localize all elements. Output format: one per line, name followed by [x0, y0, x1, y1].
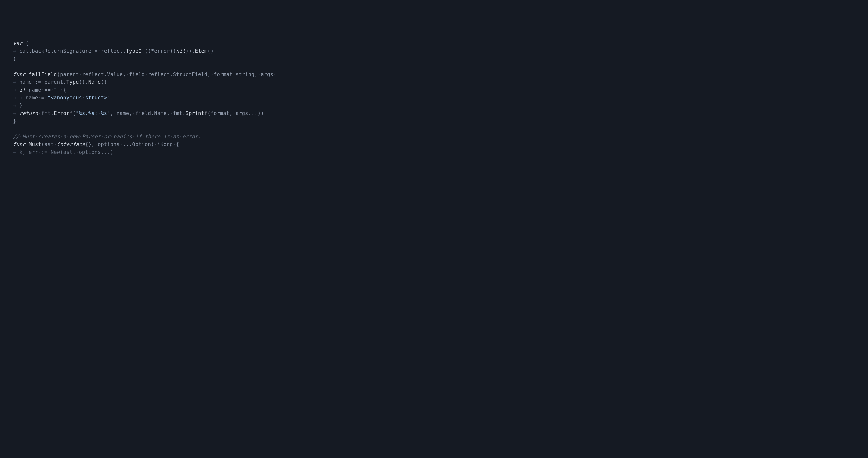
- code-line[interactable]: [13, 63, 868, 71]
- token-pun: ,: [123, 71, 126, 77]
- token-ws: ·: [60, 87, 63, 93]
- token-pun: ): [151, 141, 154, 147]
- token-str: "<anonymous: [48, 95, 82, 101]
- token-fn: Elem: [195, 48, 208, 54]
- token-ws: ·: [26, 71, 29, 77]
- token-id: name: [117, 110, 129, 116]
- token-ws: ·: [142, 134, 145, 139]
- token-ws: ·: [120, 141, 123, 147]
- token-id: field: [135, 110, 151, 116]
- code-line[interactable]: ⇥ ⇥ name·=·"<anonymous·struct>": [13, 94, 868, 102]
- token-id: name: [26, 95, 38, 101]
- code-line[interactable]: ⇥ callbackReturnSignature·=·reflect.Type…: [13, 47, 868, 55]
- token-com: //: [13, 134, 19, 139]
- token-id: field: [129, 71, 145, 77]
- token-pun: (: [41, 141, 44, 147]
- token-com: Must: [22, 134, 35, 139]
- token-dim: err: [29, 149, 38, 155]
- token-ws: ·: [132, 134, 135, 139]
- code-line[interactable]: ⇥ k,·err·:=·New(ast,·options...): [13, 148, 868, 156]
- code-line[interactable]: ⇥ name·:=·parent.Type().Name(): [13, 78, 868, 86]
- token-typ: Value: [107, 71, 123, 77]
- token-pun: .: [123, 48, 126, 54]
- code-editor[interactable]: var·(⇥ callbackReturnSignature·=·reflect…: [13, 39, 868, 156]
- token-ws: ·: [92, 48, 95, 54]
- token-ws: ·: [170, 134, 173, 139]
- code-line[interactable]: func·failField(parent·reflect.Value,·fie…: [13, 71, 868, 78]
- token-com: or: [104, 134, 110, 139]
- token-op: ==: [44, 87, 51, 93]
- token-pun: (: [208, 110, 211, 116]
- code-line[interactable]: ⇥ if·name·==·""·{: [13, 86, 868, 94]
- token-str: %s": [101, 110, 110, 116]
- code-line[interactable]: var·(: [13, 39, 868, 47]
- token-ws: ·: [98, 48, 101, 54]
- token-id: name: [19, 79, 32, 85]
- token-com: Parser: [82, 134, 101, 139]
- token-ws: ·: [211, 71, 214, 77]
- token-typ: StructField: [173, 71, 208, 77]
- token-fn: Name: [88, 79, 101, 85]
- token-ws: ·: [19, 134, 22, 139]
- token-id: ast: [44, 141, 54, 147]
- code-line[interactable]: ⇥ return·fmt.Errorf("%s.%s:·%s",·name,·f…: [13, 109, 868, 117]
- token-pun: }: [19, 102, 22, 108]
- token-typ: error: [154, 48, 170, 54]
- token-id: format: [214, 71, 232, 77]
- token-kw: nil: [176, 48, 185, 54]
- token-ws: ·: [232, 71, 236, 77]
- token-id: reflect: [101, 48, 123, 54]
- token-fn: TypeOf: [126, 48, 145, 54]
- token-ws: ·: [35, 134, 38, 139]
- token-ws: ·: [145, 71, 148, 77]
- token-ws: ·: [273, 71, 276, 77]
- code-line[interactable]: }: [13, 117, 868, 125]
- token-pun: ,: [229, 110, 232, 116]
- token-pun: .: [51, 110, 54, 116]
- token-fn: Type: [66, 79, 79, 85]
- token-ws: ·: [54, 141, 57, 147]
- token-pun: (): [208, 48, 214, 54]
- token-pun: ().: [79, 79, 88, 85]
- whitespace-indent: ⇥: [13, 79, 19, 85]
- token-com: panics: [113, 134, 132, 139]
- token-ws: ·: [101, 134, 104, 139]
- token-ws: ·: [44, 95, 48, 101]
- whitespace-indent: ⇥: [13, 149, 19, 155]
- token-ws: ·: [258, 71, 261, 77]
- token-id: fmt: [173, 110, 182, 116]
- token-ws: ·: [79, 134, 82, 139]
- code-line[interactable]: //·Must·creates·a·new·Parser·or·panics·i…: [13, 133, 868, 140]
- token-ws: ·: [60, 134, 63, 139]
- whitespace-indent: ⇥: [13, 102, 19, 108]
- whitespace-indent: ⇥: [13, 95, 19, 101]
- token-id: reflect: [82, 71, 104, 77]
- token-ws: ·: [41, 79, 44, 85]
- token-ws: ·: [26, 87, 29, 93]
- token-ws: ·: [79, 71, 82, 77]
- code-line[interactable]: func·Must(ast·interface{},·options·...Op…: [13, 140, 868, 148]
- token-ws: ·: [38, 149, 41, 155]
- code-line[interactable]: ): [13, 55, 868, 63]
- token-dim: New(ast,: [51, 149, 76, 155]
- whitespace-indent: ⇥: [19, 95, 26, 101]
- token-id: fmt: [41, 110, 51, 116]
- token-ws: ·: [66, 134, 69, 139]
- token-ws: ·: [32, 79, 35, 85]
- token-kw: func: [13, 141, 26, 147]
- token-pun: ...: [123, 141, 132, 147]
- whitespace-indent: ⇥: [13, 87, 19, 93]
- code-line[interactable]: [13, 125, 868, 133]
- token-id: parent: [44, 79, 63, 85]
- token-ws: ·: [126, 71, 129, 77]
- token-pun: .: [170, 71, 173, 77]
- token-pun: (): [101, 79, 107, 85]
- token-pun: ,: [129, 110, 132, 116]
- token-ws: ·: [26, 141, 29, 147]
- token-pun: .: [63, 79, 66, 85]
- token-fn: Must: [29, 141, 41, 147]
- token-pun: ,: [208, 71, 211, 77]
- token-ws: ·: [51, 87, 54, 93]
- code-line[interactable]: ⇥ }: [13, 102, 868, 109]
- token-pun: )(: [170, 48, 176, 54]
